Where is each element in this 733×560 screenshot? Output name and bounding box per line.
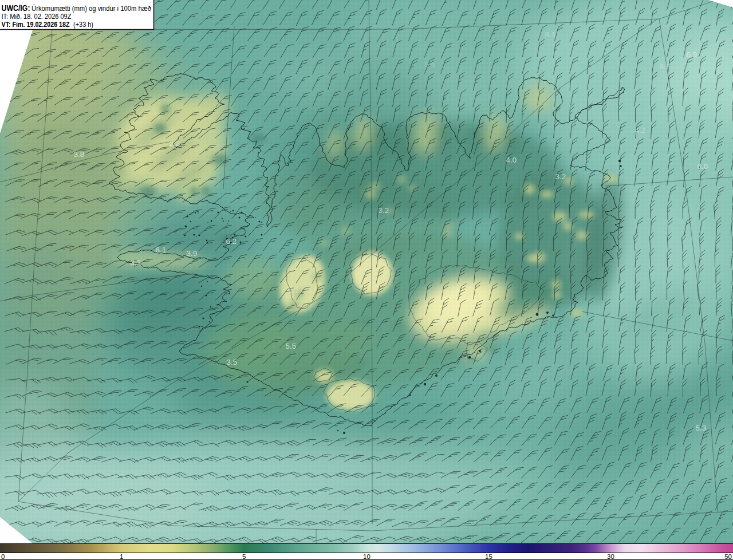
svg-text:3.2: 3.2 [555,172,566,181]
svg-text:10: 10 [363,553,371,560]
svg-text:2.2: 2.2 [170,139,180,148]
svg-text:50: 50 [724,553,732,560]
svg-text:8.5: 8.5 [660,62,671,71]
svg-text:15: 15 [485,553,492,560]
svg-text:6.9: 6.9 [687,50,697,59]
svg-text:8.3: 8.3 [545,30,556,39]
svg-text:UWC/IG:Úrkomumætti (mm) og vin: UWC/IG:Úrkomumætti (mm) og vindur i 100m… [2,3,152,13]
svg-text:1: 1 [120,553,123,560]
svg-text:3.1: 3.1 [131,258,141,267]
svg-text:3.5: 3.5 [227,358,238,366]
svg-text:2.1: 2.1 [289,286,299,294]
svg-text:4.0: 4.0 [506,156,517,164]
svg-text:9.6: 9.6 [425,60,436,69]
svg-text:6.0: 6.0 [697,162,708,171]
svg-text:5.5: 5.5 [286,342,297,350]
svg-text:5.3: 5.3 [696,424,707,432]
svg-text:4.2: 4.2 [635,126,646,135]
svg-text:5: 5 [242,553,246,560]
svg-text:6.1: 6.1 [156,246,167,254]
svg-text:0: 0 [1,553,5,560]
svg-text:IT: Mið. 18. 02. 2026 09Z: IT: Mið. 18. 02. 2026 09Z [2,12,72,21]
svg-text:6.2: 6.2 [226,237,237,246]
svg-text:VT: Fim. 19.02.2026 18Z (+33 h: VT: Fim. 19.02.2026 18Z (+33 h) [2,20,94,29]
svg-text:3.9: 3.9 [187,249,198,258]
svg-text:3.8: 3.8 [74,150,85,159]
svg-text:1.4: 1.4 [434,318,445,326]
svg-text:30: 30 [607,553,614,560]
svg-text:3.2: 3.2 [379,206,389,215]
